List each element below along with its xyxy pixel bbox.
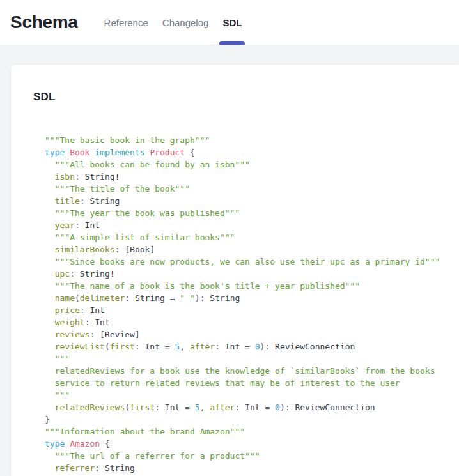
tab-changelog-label: Changelog [162,17,209,28]
code-line: isbn: String! [45,171,459,183]
code-token-punct: : [ [89,330,104,339]
tab-sdl[interactable]: SDL [215,0,249,45]
code-line: upc: String! [45,268,459,280]
code-token-typename: Amazon [70,439,105,449]
code-token-punct: { [105,439,110,449]
code-token-punct: , [180,342,190,351]
code-token-punct: : [80,305,90,315]
code-line: """The year the book was published""" [45,207,459,219]
code-token-field: year [45,220,75,230]
code-token-field: price [45,305,80,315]
code-token-punct: : [155,403,165,412]
code-token-description: """The url of a referrer for a product""… [45,451,260,461]
code-token-typeref: String! [80,269,115,279]
code-token-field: name [45,293,75,303]
code-token-description: """Information about the brand Amazon""" [45,427,245,436]
code-token-punct: : [85,318,95,327]
code-line: relatedReviews(first: Int = 5, after: In… [45,401,459,413]
code-token-description: """ [45,390,70,400]
code-token-field: upc [45,269,70,279]
code-token-punct: ): [260,342,275,351]
code-token-typeref: Int [95,318,109,327]
code-token-punct: ] [150,245,155,254]
page-title: Schema [10,12,78,33]
code-token-typeref: Book [130,245,150,254]
code-token-string: " " [180,293,194,303]
code-line: reviewList(first: Int = 5, after: Int = … [45,341,459,353]
code-token-description: """The year the book was published""" [45,208,240,218]
tab-sdl-label: SDL [222,17,242,28]
code-token-punct: = [260,403,275,412]
code-token-punct: ( [125,403,130,412]
code-line: price: Int [45,304,459,316]
code-token-field: similarBooks [45,245,115,254]
code-token-punct: : [75,172,85,181]
main-area: SDL """The basic book in the graph"""typ… [0,45,459,476]
tab-changelog[interactable]: Changelog [155,0,216,45]
code-line: """The title of the book""" [45,183,459,195]
tab-reference[interactable]: Reference [97,0,155,45]
code-line: year: Int [45,219,459,231]
code-line: name(delimeter: String = " "): String [45,292,459,304]
tab-reference-label: Reference [104,17,148,28]
code-token-typeref: Review [105,330,135,339]
code-line: """The name of a book is the book's titl… [45,280,459,292]
schema-tabs: Reference Changelog SDL [97,0,249,45]
code-token-punct: : [95,463,105,473]
code-token-punct: : [235,403,245,412]
code-token-punct: ] [135,330,140,339]
code-token-description: """The basic book in the graph""" [45,135,210,145]
code-token-field: relatedReviews [45,403,125,412]
code-token-typeref: String [135,293,165,303]
code-token-field: isbn [45,172,75,181]
code-token-keyword: type [45,439,70,449]
code-token-punct: ): [195,293,210,303]
sdl-card-heading: SDL [33,91,459,104]
code-token-number: 0 [275,403,280,412]
code-token-field: weight [45,318,85,327]
code-line: service to return related reviews that m… [45,377,459,389]
code-token-field: reviewList [45,342,105,351]
code-line: weight: Int [45,316,459,328]
code-token-punct: = [165,293,180,303]
code-token-description: """ [45,354,70,364]
code-token-typeref: String! [85,172,120,181]
code-token-typeref: Int [165,403,180,412]
schema-header: Schema Reference Changelog SDL [0,0,459,45]
code-token-typename: Book [70,148,95,157]
active-tab-indicator [219,41,245,45]
code-token-typeref: Int [245,403,260,412]
code-token-punct: , [200,403,210,412]
code-line: """ [45,389,459,401]
code-token-punct: : [135,342,145,351]
code-token-typeref: String [105,463,135,473]
code-token-punct: ( [75,293,80,303]
code-line: referrer: String [45,462,459,474]
code-token-typeref: Int [85,220,100,230]
code-token-typeref: Int [89,305,104,315]
code-token-punct: : [125,293,135,303]
code-token-description: """A simple list of similar books""" [45,233,235,242]
code-token-punct: = [240,342,254,351]
code-line: """ [45,353,459,365]
code-line: relatedReviews for a book use the knowle… [45,365,459,377]
code-token-punct: ): [280,403,295,412]
code-token-keyword: type [45,148,70,157]
code-token-typeref: Int [145,342,160,351]
code-token-field: referrer [45,463,95,473]
code-token-punct: } [45,415,50,424]
code-token-number: 5 [195,403,200,412]
code-token-punct: : [75,220,85,230]
code-token-punct: : [70,269,80,279]
code-token-typeref: Int [225,342,240,351]
code-line: """Information about the brand Amazon""" [45,426,459,438]
code-line: """The url of a referrer for a product""… [45,450,459,462]
sdl-card: SDL """The basic book in the graph"""typ… [11,65,459,476]
code-token-typeref: String [89,196,120,206]
code-token-punct: ( [105,342,110,351]
code-token-punct: : [215,342,225,351]
code-token-description: """All books can be found by an isbn""" [45,160,250,169]
code-token-typename: Product [150,148,190,157]
code-token-description: """The title of the book""" [45,184,190,194]
code-token-field: after [210,403,235,412]
